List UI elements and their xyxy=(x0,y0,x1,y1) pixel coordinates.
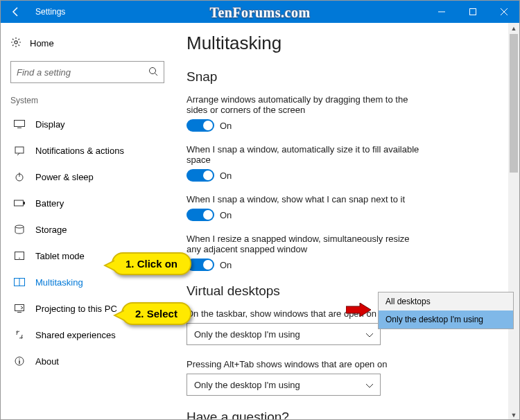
shared-icon xyxy=(12,330,27,340)
chevron-down-icon xyxy=(366,380,373,390)
search-input[interactable]: Find a setting xyxy=(10,61,164,83)
svg-rect-7 xyxy=(15,147,24,153)
sidebar-item-label: Power & sleep xyxy=(35,172,94,182)
sidebar-item-label: Shared experiences xyxy=(35,330,116,340)
svg-line-4 xyxy=(155,73,158,76)
sidebar-item-label: Projecting to this PC xyxy=(35,304,117,314)
arrow-icon xyxy=(346,303,371,317)
group-label: System xyxy=(10,96,174,105)
multitasking-icon xyxy=(12,278,27,286)
scroll-up-icon[interactable]: ▲ xyxy=(508,23,519,34)
svg-marker-21 xyxy=(346,303,371,317)
toggle-state: On xyxy=(220,210,232,220)
callout-2: 2. Select xyxy=(121,302,191,325)
home-label: Home xyxy=(30,38,54,49)
snap-label-2: When I snap a window, automatically size… xyxy=(187,144,422,165)
scroll-down-icon[interactable]: ▼ xyxy=(508,410,519,420)
sidebar-item-about[interactable]: About xyxy=(10,348,174,374)
snap-toggle-1[interactable]: On xyxy=(187,119,494,132)
toggle-switch xyxy=(187,209,214,221)
projecting-icon xyxy=(12,304,27,313)
dropdown-popup: All desktops Only the desktop I'm using xyxy=(378,292,514,329)
svg-point-14 xyxy=(19,258,20,259)
sidebar-item-storage[interactable]: Storage xyxy=(10,216,174,243)
dropdown-value: Only the desktop I'm using xyxy=(194,329,300,340)
minimize-button[interactable] xyxy=(426,1,457,23)
toggle-state: On xyxy=(220,121,232,131)
svg-point-2 xyxy=(15,41,17,44)
scrollbar-thumb[interactable] xyxy=(510,34,518,173)
sidebar-item-label: Battery xyxy=(35,198,64,209)
vd-alttab-label: Pressing Alt+Tab shows windows that are … xyxy=(187,359,422,369)
tablet-icon xyxy=(12,252,27,260)
svg-rect-11 xyxy=(24,202,25,204)
sidebar-item-label: About xyxy=(35,356,59,367)
vd-alttab-dropdown[interactable]: Only the desktop I'm using xyxy=(187,374,381,396)
sidebar-item-display[interactable]: Display xyxy=(10,111,174,137)
snap-toggle-2[interactable]: On xyxy=(187,169,494,182)
sidebar-item-label: Tablet mode xyxy=(35,251,85,261)
window-title: Settings xyxy=(35,7,65,17)
snap-toggle-4[interactable]: On xyxy=(187,259,494,271)
maximize-button[interactable] xyxy=(457,1,488,23)
sidebar-item-label: Multitasking xyxy=(35,277,83,288)
back-button[interactable] xyxy=(1,1,31,23)
snap-label-3: When I snap a window, show what I can sn… xyxy=(187,194,422,204)
info-icon xyxy=(12,356,27,366)
toggle-state: On xyxy=(220,260,232,270)
sidebar-item-label: Storage xyxy=(35,225,67,235)
callout-1: 1. Click on xyxy=(112,252,191,275)
battery-icon xyxy=(12,200,27,207)
svg-rect-10 xyxy=(15,200,24,206)
close-button[interactable] xyxy=(488,1,519,23)
chevron-down-icon xyxy=(366,329,373,340)
dropdown-option-current[interactable]: Only the desktop I'm using xyxy=(379,310,513,329)
home-link[interactable]: Home xyxy=(10,33,174,54)
storage-icon xyxy=(12,225,27,234)
gear-icon xyxy=(10,37,21,50)
section-snap: Snap xyxy=(187,69,494,85)
scrollbar[interactable]: ▲ ▼ xyxy=(508,23,519,420)
svg-rect-1 xyxy=(469,9,476,15)
toggle-switch xyxy=(187,119,214,132)
snap-toggle-3[interactable]: On xyxy=(187,209,494,221)
sidebar-item-notifications[interactable]: Notifications & actions xyxy=(10,137,174,164)
content-area: Multitasking Snap Arrange windows automa… xyxy=(174,23,508,420)
window-controls xyxy=(426,1,519,23)
dropdown-value: Only the desktop I'm using xyxy=(194,380,300,390)
sidebar-item-label: Notifications & actions xyxy=(35,146,124,156)
sidebar-item-shared[interactable]: Shared experiences xyxy=(10,322,174,348)
notifications-icon xyxy=(12,146,27,155)
titlebar: Settings xyxy=(1,1,519,23)
snap-label-4: When I resize a snapped window, simultan… xyxy=(187,234,422,254)
section-question: Have a question? xyxy=(187,410,494,420)
toggle-state: On xyxy=(220,170,232,181)
power-icon xyxy=(12,172,27,182)
snap-label-1: Arrange windows automatically by draggin… xyxy=(187,94,422,115)
vd-taskbar-dropdown[interactable]: Only the desktop I'm using xyxy=(187,323,381,345)
svg-point-3 xyxy=(150,67,156,73)
display-icon xyxy=(12,120,27,128)
sidebar-item-power[interactable]: Power & sleep xyxy=(10,164,174,190)
page-title: Multitasking xyxy=(187,33,494,54)
sidebar: Home Find a setting System Display Notif… xyxy=(1,23,174,420)
dropdown-option-all[interactable]: All desktops xyxy=(379,292,513,310)
app-body: Home Find a setting System Display Notif… xyxy=(1,23,519,420)
svg-rect-5 xyxy=(15,121,25,127)
toggle-switch xyxy=(187,169,214,182)
svg-point-19 xyxy=(19,358,20,360)
sidebar-item-label: Display xyxy=(35,119,65,130)
search-placeholder: Find a setting xyxy=(17,67,71,78)
svg-point-12 xyxy=(15,225,24,228)
search-icon xyxy=(148,67,158,78)
sidebar-item-battery[interactable]: Battery xyxy=(10,190,174,216)
